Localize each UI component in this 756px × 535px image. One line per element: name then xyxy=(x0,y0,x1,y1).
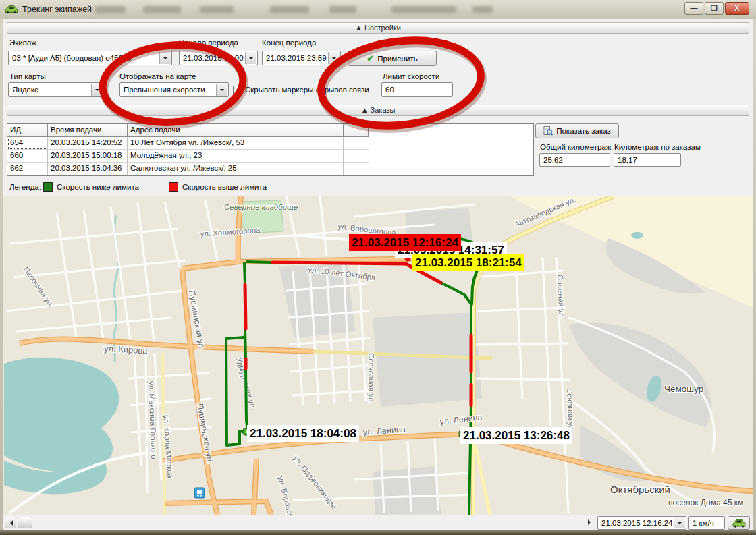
map-view[interactable]: ул. 10 лет Октября ул. Ворошилова Удмурт… xyxy=(3,196,753,515)
period-end-dropdown-button[interactable] xyxy=(328,52,340,64)
street-label: Совхозная ул. xyxy=(367,353,375,404)
hide-markers-label: Скрывать маркеры обрывов связи xyxy=(245,86,369,94)
app-window: Трекинг экипажей — ❐ X ▲ Настройки Экипа… xyxy=(0,0,756,535)
orders-panel-header[interactable]: ▲ Заказы xyxy=(7,105,749,116)
cell-address[interactable]: 10 Лет Октября ул. /Ижевск/, 53 xyxy=(128,137,344,150)
orders-km-input[interactable] xyxy=(614,153,681,167)
chevron-down-icon xyxy=(332,57,336,61)
orders-grid: ИД Время подачи Адрес подачи 654 20.03.2… xyxy=(7,124,369,175)
period-end-value: 21.03.2015 23:59 xyxy=(266,54,327,62)
menu-item-redacted[interactable] xyxy=(473,6,493,13)
map-type-select[interactable]: Яндекс xyxy=(8,82,104,97)
orders-km-label: Километраж по заказам xyxy=(614,143,701,151)
arrow-right-icon xyxy=(588,519,593,525)
taxi-icon xyxy=(732,519,746,528)
minimize-button[interactable]: — xyxy=(684,2,703,15)
show-order-button[interactable]: Показать заказ xyxy=(535,123,619,138)
speed-limit-input[interactable] xyxy=(381,82,453,97)
hide-markers-checkbox[interactable] xyxy=(233,86,242,94)
scrollbar-thumb[interactable] xyxy=(18,517,32,528)
display-mode-label: Отображать на карте xyxy=(119,72,196,80)
menu-item-redacted[interactable] xyxy=(392,6,456,13)
menu-item-redacted[interactable] xyxy=(94,6,126,13)
chevron-down-icon xyxy=(163,57,167,61)
period-start-dropdown-button[interactable] xyxy=(245,52,256,64)
orders-table: ИД Время подачи Адрес подачи 654 20.03.2… xyxy=(7,123,534,176)
street-label: Союзная ул. xyxy=(566,388,575,433)
col-header-time[interactable]: Время подачи xyxy=(48,124,128,137)
legend-title: Легенда: xyxy=(9,183,41,191)
playback-bar: 21.03.2015 12:16:24 1 км/ч xyxy=(3,515,753,530)
period-start-value: 21.03.2015 00:00 xyxy=(183,54,244,62)
playback-speed-field: 1 км/ч xyxy=(688,516,725,530)
table-row[interactable]: 662 20.03.2015 15:04:36 Салютовская ул. … xyxy=(7,163,369,175)
chevron-down-icon xyxy=(95,89,99,93)
settings-header-label: Настройки xyxy=(364,24,401,32)
cell-id[interactable]: 662 xyxy=(7,163,48,175)
legend-green-swatch xyxy=(43,182,53,192)
cell-time[interactable]: 20.03.2015 14:20:52 xyxy=(48,137,128,150)
period-start-select[interactable]: 21.03.2015 00:00 xyxy=(179,51,258,65)
close-button[interactable]: X xyxy=(725,2,749,15)
period-end-select[interactable]: 21.03.2015 23:59 xyxy=(262,51,341,65)
arrow-left-icon xyxy=(7,520,13,526)
track-timestamp-marker[interactable]: 21.03.2015 12:16:24 xyxy=(349,234,461,251)
track-timestamp-marker[interactable]: 21.03.2015 18:21:54 xyxy=(412,254,524,271)
settings-panel-header[interactable]: ▲ Настройки xyxy=(7,22,749,34)
cell-time[interactable]: 20.03.2015 15:00:18 xyxy=(48,150,128,163)
track-timestamp-marker[interactable]: 21.03.2015 13:26:48 xyxy=(460,427,572,444)
legend-above-label: Скорость выше лимита xyxy=(182,183,267,191)
track-timestamp-marker[interactable]: 21.03.2015 18:04:08 xyxy=(247,425,359,442)
playback-datetime-dropdown-button[interactable] xyxy=(674,517,685,528)
total-km-input[interactable] xyxy=(539,153,610,167)
crew-label: Экипаж xyxy=(9,38,36,47)
cell-time[interactable]: 20.03.2015 15:04:36 xyxy=(48,163,128,175)
table-row[interactable]: 660 20.03.2015 15:00:18 Молодёжная ул., … xyxy=(7,150,369,163)
show-order-label: Показать заказ xyxy=(556,127,611,135)
total-km-label: Общий километраж xyxy=(540,143,611,151)
place-label: Северное кладбище xyxy=(224,203,298,211)
vehicle-button[interactable] xyxy=(728,516,750,530)
step-forward-button[interactable] xyxy=(586,517,595,528)
cell-filler xyxy=(344,163,369,175)
period-end-label: Конец периода xyxy=(262,38,316,47)
legend-below-label: Скорость ниже лимита xyxy=(57,183,139,191)
place-label: Чемошур xyxy=(664,384,703,394)
chevron-down-icon xyxy=(678,522,682,526)
table-row[interactable]: 654 20.03.2015 14:20:52 10 Лет Октября у… xyxy=(7,137,369,150)
cell-address[interactable]: Молодёжная ул., 23 xyxy=(128,150,344,163)
scroll-left-button[interactable] xyxy=(5,517,16,528)
display-mode-select[interactable]: Превышения скорости xyxy=(119,82,229,97)
crew-dropdown-button[interactable] xyxy=(159,52,171,64)
col-header-address[interactable]: Адрес подачи xyxy=(128,124,344,137)
cell-id[interactable]: 660 xyxy=(7,150,48,163)
title-bar: Трекинг экипажей — ❐ X xyxy=(0,0,756,19)
collapse-up-icon: ▲ xyxy=(355,24,362,32)
menu-item-redacted[interactable] xyxy=(143,6,181,13)
apply-button-label: Применить xyxy=(377,55,417,63)
cell-id[interactable]: 654 xyxy=(7,137,48,150)
menu-item-redacted[interactable] xyxy=(270,6,309,13)
street-label: Союзная ул. xyxy=(556,275,566,320)
transit-stop-icon[interactable] xyxy=(194,488,205,498)
window-title: Трекинг экипажей xyxy=(22,5,92,14)
crew-value: 03 * [Ауди А5] (бордовая) о456ро xyxy=(12,54,132,62)
playback-datetime-select[interactable]: 21.03.2015 12:16:24 xyxy=(597,516,686,530)
apply-button[interactable]: ✔ Применить xyxy=(348,51,437,66)
period-start-label: Начало периода xyxy=(179,38,238,47)
map-type-dropdown-button[interactable] xyxy=(91,84,103,96)
menu-item-redacted[interactable] xyxy=(200,6,234,13)
speed-limit-label: Лимит скорости xyxy=(383,72,439,80)
display-mode-value: Превышения скорости xyxy=(124,86,205,94)
crew-select[interactable]: 03 * [Ауди А5] (бордовая) о456ро xyxy=(8,51,172,65)
playback-datetime-value: 21.03.2015 12:16:24 xyxy=(601,519,673,527)
maximize-button[interactable]: ❐ xyxy=(705,2,724,15)
cell-filler xyxy=(344,137,369,150)
legend-red-swatch xyxy=(169,182,178,192)
collapse-up-icon: ▲ xyxy=(361,106,369,114)
col-header-id[interactable]: ИД xyxy=(7,124,48,137)
menu-item-redacted[interactable] xyxy=(329,6,356,13)
display-mode-dropdown-button[interactable] xyxy=(216,84,227,96)
cell-address[interactable]: Салютовская ул. /Ижевск/, 25 xyxy=(128,163,344,175)
content-area: ▲ Настройки Экипаж 03 * [Ауди А5] (бордо… xyxy=(3,19,753,530)
